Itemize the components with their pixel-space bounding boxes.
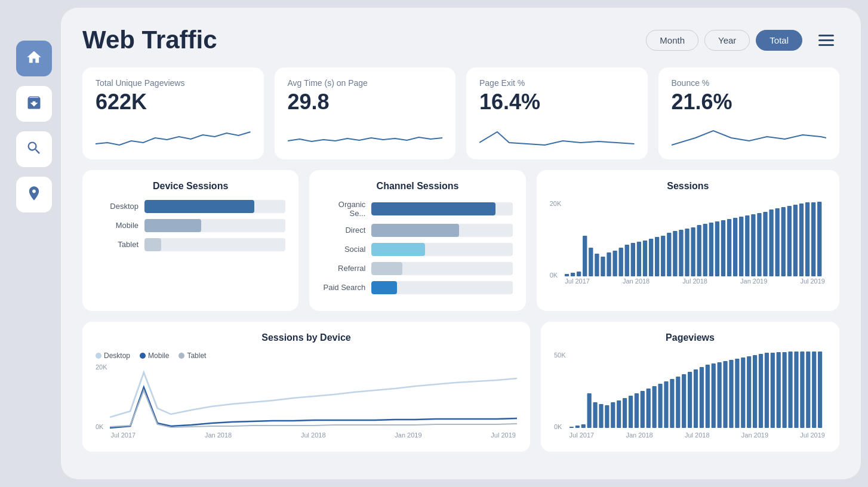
svg-rect-25 [715, 221, 719, 276]
hbar-track-tablet [144, 238, 285, 251]
svg-rect-56 [646, 389, 650, 428]
location-icon [26, 185, 42, 204]
hbar-track-referral [371, 262, 512, 275]
svg-rect-3 [583, 236, 587, 276]
svg-rect-35 [775, 208, 780, 276]
sessions-device-chart-wrap: 20K 0K Jul 2017 Jan 2018 [96, 363, 517, 441]
pageviews-chart-wrap: 50K 0K [554, 352, 826, 441]
legend-dot-desktop [96, 353, 101, 359]
total-button[interactable]: Total [756, 30, 802, 51]
svg-rect-10 [625, 245, 629, 276]
sessions-x-jul2017: Jul 2017 [565, 278, 590, 285]
hbar-track-organic [371, 202, 512, 215]
hbar-tablet: Tablet [96, 238, 285, 251]
svg-rect-2 [577, 272, 581, 276]
hbar-label-social: Social [322, 245, 365, 254]
kpi-value-2: 29.8 [288, 90, 443, 114]
svg-rect-79 [782, 352, 786, 428]
hbar-label-mobile: Mobile [96, 221, 138, 230]
hbar-organic: Organic Se... [322, 200, 512, 218]
hbar-fill-referral [371, 262, 402, 275]
hbar-referral: Referral [322, 262, 512, 275]
sessions-by-device-card: Sessions by Device Desktop Mobile Tablet… [82, 322, 530, 452]
svg-rect-33 [764, 212, 768, 276]
svg-rect-38 [793, 205, 798, 276]
legend-label-mobile: Mobile [148, 352, 169, 360]
svg-rect-68 [717, 362, 721, 428]
hbar-social: Social [322, 243, 512, 256]
home-icon [26, 49, 42, 68]
svg-rect-53 [628, 396, 632, 428]
svg-rect-37 [787, 206, 792, 276]
pageviews-x-jul2018: Jul 2018 [685, 431, 710, 439]
svg-rect-71 [735, 359, 739, 428]
charts-row: Device Sessions Desktop Mobile Tablet [82, 170, 839, 311]
hbar-track-desktop [144, 200, 285, 213]
sidebar-item-home[interactable] [16, 41, 52, 76]
svg-rect-7 [607, 252, 611, 276]
pageviews-title: Pageviews [554, 332, 826, 343]
svg-rect-54 [634, 393, 638, 428]
legend-tablet: Tablet [178, 352, 206, 360]
sidebar-item-archive[interactable] [16, 86, 52, 122]
svg-rect-18 [673, 231, 677, 276]
sidebar-item-search[interactable] [16, 131, 52, 167]
hbar-fill-paid [371, 281, 397, 294]
kpi-chart-2 [288, 120, 443, 152]
svg-rect-69 [723, 361, 727, 428]
sessions-device-x-axis: Jul 2017 Jan 2018 Jul 2018 Jan 2019 Jul … [110, 431, 517, 439]
kpi-label-2: Avg Time (s) on Page [288, 78, 443, 88]
svg-rect-55 [640, 391, 644, 428]
svg-rect-4 [589, 248, 593, 276]
pageviews-y-axis: 50K 0K [554, 352, 566, 441]
svg-rect-48 [599, 404, 603, 428]
hbar-fill-organic [371, 202, 495, 215]
hbar-label-referral: Referral [322, 264, 365, 273]
sessions-inner: Jul 2017 Jan 2018 Jul 2018 Jan 2019 Jul … [564, 200, 826, 285]
svg-rect-76 [764, 353, 768, 428]
svg-rect-49 [605, 405, 609, 428]
svg-rect-52 [623, 398, 627, 428]
sidebar-item-location[interactable] [16, 177, 52, 212]
year-button[interactable]: Year [704, 30, 750, 51]
svg-rect-50 [611, 402, 615, 428]
device-sessions-card: Device Sessions Desktop Mobile Tablet [82, 170, 298, 311]
svg-rect-20 [685, 229, 690, 276]
search-icon [26, 140, 42, 159]
month-button[interactable]: Month [646, 30, 698, 51]
menu-line-2 [818, 39, 834, 41]
sessions-x-jul2018: Jul 2018 [682, 278, 707, 285]
sessions-device-svg [110, 363, 517, 429]
svg-rect-81 [794, 352, 798, 428]
kpi-label-4: Bounce % [672, 78, 827, 88]
svg-rect-70 [729, 360, 733, 428]
svg-rect-1 [571, 273, 575, 276]
svg-rect-84 [812, 352, 816, 428]
sessions-device-x-jul2017: Jul 2017 [111, 431, 136, 439]
pageviews-x-jan2019: Jan 2019 [741, 431, 768, 439]
svg-rect-42 [817, 202, 821, 276]
svg-rect-31 [751, 214, 755, 276]
menu-button[interactable] [813, 27, 839, 53]
svg-rect-73 [747, 356, 751, 428]
svg-rect-51 [617, 400, 621, 428]
sessions-y-0k: 0K [550, 272, 562, 279]
svg-rect-23 [703, 224, 707, 276]
kpi-chart-3 [479, 120, 635, 152]
kpi-row: Total Unique Pageviews 622K Avg Time (s)… [82, 67, 839, 159]
svg-rect-19 [679, 230, 684, 276]
svg-rect-62 [682, 374, 686, 428]
hbar-label-tablet: Tablet [96, 240, 138, 249]
hbar-track-mobile [144, 219, 285, 232]
menu-line-1 [818, 35, 834, 36]
kpi-page-exit: Page Exit % 16.4% [466, 67, 648, 159]
legend-mobile: Mobile [140, 352, 169, 360]
svg-rect-29 [739, 217, 743, 276]
kpi-value-4: 21.6% [672, 90, 827, 114]
kpi-total-pageviews: Total Unique Pageviews 622K [82, 67, 264, 159]
svg-rect-12 [637, 242, 641, 276]
hbar-label-paid: Paid Search [322, 283, 365, 292]
svg-rect-27 [727, 219, 731, 276]
kpi-chart-1 [96, 120, 251, 152]
sessions-title: Sessions [550, 181, 826, 192]
